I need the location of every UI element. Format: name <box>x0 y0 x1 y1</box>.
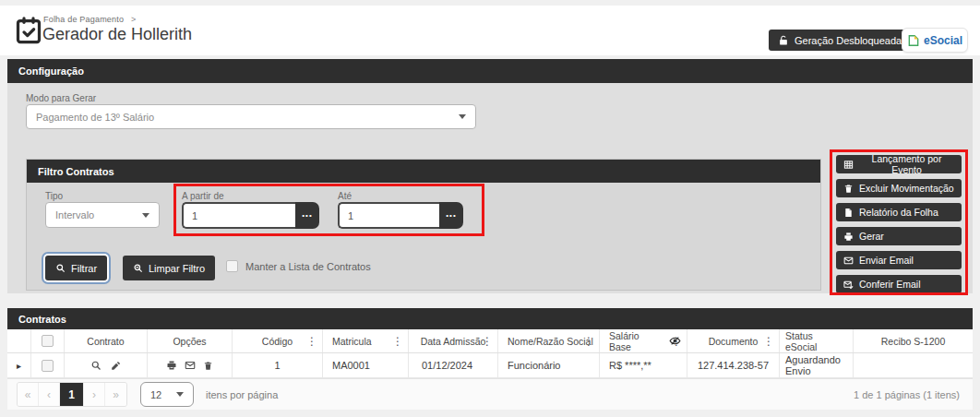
to-label: Até <box>338 191 352 201</box>
header-contrato-label: Contrato <box>87 336 124 347</box>
launch-by-event-button[interactable]: Lançamento por Evento <box>836 155 962 173</box>
select-all-checkbox[interactable] <box>42 335 54 347</box>
first-page-button[interactable]: « <box>18 383 39 406</box>
generate-label: Gerar <box>859 231 884 242</box>
from-lookup-button[interactable]: ••• <box>295 202 319 229</box>
to-lookup-button[interactable]: ••• <box>439 202 463 229</box>
ellipsis-icon: ••• <box>446 211 456 220</box>
header-opcoes-label: Opções <box>173 336 206 347</box>
row-checkbox[interactable] <box>42 360 54 372</box>
expand-row-icon[interactable]: ▸ <box>17 361 21 371</box>
breadcrumb-label[interactable]: Folha de Pagamento <box>43 15 124 24</box>
document-icon <box>843 208 854 218</box>
breadcrumb[interactable]: Folha de Pagamento > <box>43 15 136 24</box>
chevron-down-icon <box>459 114 466 119</box>
check-email-label: Conferir Email <box>859 279 921 290</box>
pagination-summary: 1 de 1 páginas (1 itens) <box>854 389 960 400</box>
header-checkbox-cell <box>31 329 65 352</box>
edit-contract-icon[interactable] <box>110 360 122 372</box>
row-data-admissao: 01/12/2024 <box>409 353 498 377</box>
payroll-generator-page: Folha de Pagamento > Gerador de Hollerit… <box>0 0 980 417</box>
from-input[interactable] <box>182 202 295 229</box>
type-select-value: Intervalo <box>55 209 94 220</box>
contracts-table: Contrato Opções Código ⋮ Matricula ⋮ Dat… <box>7 329 973 378</box>
from-field-group: ••• <box>182 202 319 229</box>
row-documento: 127.414.238-57 <box>687 353 780 377</box>
row-matricula: MA0001 <box>323 353 409 377</box>
payroll-report-label: Relatório da Folha <box>859 207 938 218</box>
filter-button[interactable]: Filtrar <box>45 256 107 280</box>
column-menu-icon[interactable]: ⋮ <box>763 336 774 347</box>
header-codigo-label: Código <box>262 336 293 347</box>
filter-button-label: Filtrar <box>71 263 97 274</box>
last-page-button[interactable]: » <box>105 383 126 406</box>
table-row: ▸ <box>7 353 973 378</box>
generation-unlocked-button[interactable]: Geração Desbloqueada <box>769 30 911 51</box>
header-salario-base: Salário Base ⋮ <box>600 329 687 352</box>
row-recibo <box>854 353 973 377</box>
row-salario-base: R$ ****,** <box>600 353 687 377</box>
generate-button[interactable]: Gerar <box>836 227 962 245</box>
delete-movement-button[interactable]: Excluir Movimentação <box>836 179 962 197</box>
header-recibo: Recibo S-1200 <box>854 329 973 352</box>
to-input[interactable] <box>338 202 439 229</box>
page-size-value: 12 <box>150 389 161 400</box>
mode-label: Modo para Gerar <box>26 93 96 103</box>
unlock-icon <box>778 35 789 46</box>
esocial-logo-icon <box>907 34 920 47</box>
esocial-button[interactable]: eSocial <box>902 28 968 53</box>
header-nome: Nome/Razão Social ⋮ <box>498 329 600 352</box>
calendar-check-icon <box>15 17 42 44</box>
keep-list-checkbox[interactable] <box>226 260 238 272</box>
type-select[interactable]: Intervalo <box>45 202 160 228</box>
column-menu-icon[interactable]: ⋮ <box>583 336 594 347</box>
clear-filter-button-label: Limpar Filtro <box>149 263 205 274</box>
generation-unlocked-label: Geração Desbloqueada <box>795 35 902 46</box>
config-section-bar: Configuração <box>7 59 973 83</box>
chevron-down-icon <box>176 392 184 397</box>
ellipsis-icon: ••• <box>302 211 312 220</box>
next-page-button[interactable]: › <box>84 383 105 406</box>
header-codigo: Código ⋮ <box>233 329 323 352</box>
send-email-button[interactable]: Enviar Email <box>836 251 962 269</box>
search-icon <box>55 263 66 273</box>
email-row-icon[interactable] <box>185 360 196 371</box>
column-menu-icon[interactable]: ⋮ <box>306 336 317 347</box>
check-email-button[interactable]: Conferir Email <box>836 275 962 293</box>
header-status-esocial-label: Status eSocial <box>785 330 847 352</box>
mode-select-value: Pagamento de 13º Salário <box>36 112 154 123</box>
contracts-section-bar: Contratos <box>7 308 973 329</box>
per-page-label: itens por página <box>206 389 278 400</box>
header-data-admissao-label: Data Admissão <box>421 336 486 347</box>
header-recibo-label: Recibo S-1200 <box>881 336 945 347</box>
clear-filter-button[interactable]: Limpar Filtro <box>123 256 215 280</box>
header-nome-label: Nome/Razão Social <box>508 336 593 347</box>
header-salario-base-label: Salário Base <box>609 330 663 352</box>
payroll-report-button[interactable]: Relatório da Folha <box>836 203 962 221</box>
delete-row-icon[interactable] <box>203 361 213 371</box>
esocial-label: eSocial <box>924 34 962 47</box>
row-status-esocial: Aguardando Envio <box>780 353 854 377</box>
mode-select[interactable]: Pagamento de 13º Salário <box>26 104 476 129</box>
header-matricula: Matricula ⋮ <box>323 329 409 352</box>
filter-section-bar: Filtro Contratos <box>27 160 820 183</box>
trash-icon <box>843 184 854 194</box>
header-expand-cell <box>7 329 31 352</box>
type-label: Tipo <box>45 191 63 201</box>
view-contract-icon[interactable] <box>90 360 102 371</box>
prev-page-button[interactable]: ‹ <box>39 383 60 406</box>
page-size-select[interactable]: 12 <box>140 382 194 407</box>
column-menu-icon[interactable]: ⋮ <box>392 336 403 347</box>
header-documento-label: Documento <box>709 336 759 347</box>
row-opcoes-cell <box>148 353 233 377</box>
page-1-button[interactable]: 1 <box>60 383 84 406</box>
pager-group: « ‹ 1 › » <box>17 382 127 407</box>
filter-section-title: Filtro Contratos <box>38 166 114 177</box>
print-icon[interactable] <box>166 360 177 371</box>
column-menu-icon[interactable]: ⋮ <box>671 336 682 347</box>
column-menu-icon[interactable]: ⋮ <box>482 336 493 347</box>
row-nome: Funcionário <box>498 353 600 377</box>
row-contrato-cell <box>65 353 148 377</box>
grid-icon <box>843 160 854 170</box>
header-matricula-label: Matricula <box>332 336 372 347</box>
